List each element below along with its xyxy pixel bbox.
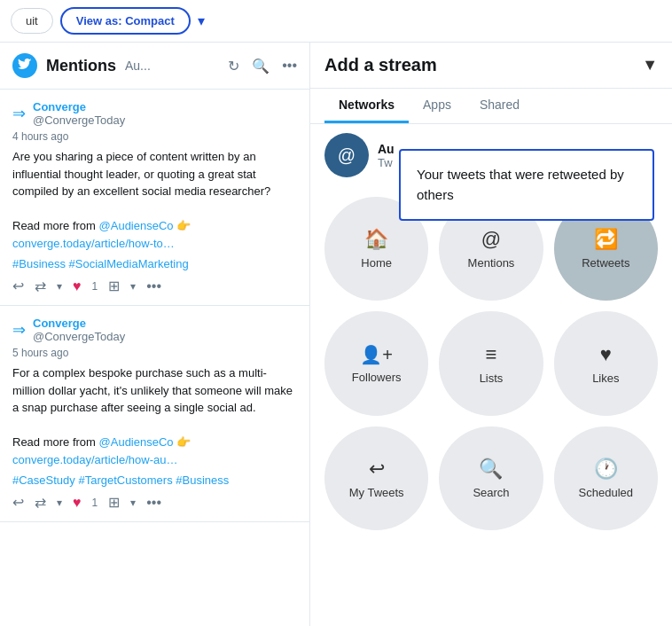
likes-icon: ♥ [600, 343, 612, 366]
tweet-body-2: For a complex bespoke purchase such as a… [12, 364, 297, 468]
reply-icon[interactable]: ↩ [12, 278, 24, 294]
search-icon[interactable]: 🔍 [252, 58, 270, 74]
right-header: Add a stream ▼ [310, 43, 672, 89]
tweet-time-2: 5 hours ago [12, 347, 297, 359]
search-tile-icon: 🔍 [479, 458, 503, 481]
home-icon: 🏠 [364, 228, 388, 251]
stream-account-sub: Tw [378, 156, 393, 169]
tweet-link-1b[interactable]: converge.today/article/how-to… [12, 237, 175, 250]
tweet-link-1a[interactable]: @AudienseCo [99, 219, 174, 232]
followers-icon: 👤+ [360, 344, 393, 365]
share-icon[interactable]: ⊞ [108, 278, 120, 294]
more-actions-icon-2[interactable]: ••• [146, 495, 161, 511]
tile-mytweets-label: My Tweets [349, 486, 404, 499]
more-icon[interactable]: ••• [282, 58, 297, 74]
tab-networks[interactable]: Networks [324, 89, 409, 123]
twitter-icon [12, 53, 37, 78]
header-icons: ↻ 🔍 ••• [228, 58, 297, 74]
tooltip-text: Your tweets that were retweeted by other… [417, 165, 637, 205]
tweet-name-1[interactable]: Converge [33, 100, 125, 113]
tile-followers-label: Followers [352, 371, 402, 384]
tile-likes[interactable]: ♥ Likes [554, 311, 658, 415]
tile-followers[interactable]: 👤+ Followers [324, 311, 428, 415]
tweet-meta-1: Converge @ConvergeToday [33, 100, 125, 127]
stream-grid: 🏠 Home @ Mentions 🔁 Retweets 👤+ Follower… [310, 186, 672, 541]
mentions-subtitle: Au... [125, 59, 151, 73]
refresh-icon[interactable]: ↻ [228, 58, 239, 74]
tile-mytweets[interactable]: ↩ My Tweets [324, 426, 428, 530]
tile-likes-label: Likes [592, 372, 619, 385]
tile-search[interactable]: 🔍 Search [439, 426, 543, 530]
top-bar: uit View as: Compact ▾ [0, 0, 672, 43]
share-chevron-icon[interactable]: ▾ [130, 280, 136, 293]
stream-account-icon: @ [324, 133, 369, 177]
left-header: Mentions Au... ↻ 🔍 ••• [0, 43, 309, 90]
tab-shared[interactable]: Shared [465, 89, 534, 123]
tweet-actions-1: ↩ ⇄ ▾ ♥ 1 ⊞ ▾ ••• [12, 278, 297, 294]
retweet-tooltip: Your tweets that were retweeted by other… [399, 149, 654, 221]
left-panel: Mentions Au... ↻ 🔍 ••• ⇒ Converge @Conve… [0, 43, 310, 626]
retweet-icon[interactable]: ⇄ [35, 278, 46, 294]
lists-icon: ≡ [486, 343, 497, 366]
tile-lists-label: Lists [480, 372, 504, 385]
tweet-item-1: ⇒ Converge @ConvergeToday 4 hours ago Ar… [0, 90, 309, 306]
scheduled-icon: 🕐 [594, 458, 618, 481]
more-actions-icon[interactable]: ••• [146, 278, 161, 294]
like-count-1: 1 [92, 280, 98, 293]
add-stream-title: Add a stream [324, 55, 631, 75]
like-count-2: 1 [92, 497, 98, 509]
tweet-tags-2: #CaseStudy #TargetCustomers #Business [12, 473, 297, 487]
tile-search-label: Search [473, 486, 509, 499]
retweet-chevron-icon-2[interactable]: ▾ [57, 497, 62, 509]
tweet-item-2: ⇒ Converge @ConvergeToday 5 hours ago Fo… [0, 306, 309, 522]
tweet-meta-2: Converge @ConvergeToday [33, 317, 125, 343]
retweet-indicator-icon: ⇒ [12, 104, 26, 123]
tweet-header-2: ⇒ Converge @ConvergeToday [12, 317, 297, 343]
tile-lists[interactable]: ≡ Lists [439, 311, 543, 415]
uit-button[interactable]: uit [11, 8, 53, 34]
mytweets-icon: ↩ [369, 458, 385, 481]
like-icon-2[interactable]: ♥ [73, 495, 82, 511]
share-icon-2[interactable]: ⊞ [108, 494, 120, 511]
view-as-chevron-icon[interactable]: ▾ [198, 12, 205, 29]
view-as-button[interactable]: View as: Compact [60, 7, 191, 35]
tweet-time-1: 4 hours ago [12, 130, 297, 143]
tab-apps[interactable]: Apps [409, 89, 465, 123]
tile-scheduled[interactable]: 🕐 Scheduled [554, 426, 658, 530]
retweets-icon: 🔁 [594, 228, 618, 251]
like-icon[interactable]: ♥ [73, 278, 82, 294]
add-stream-chevron-icon[interactable]: ▼ [642, 56, 658, 74]
retweet-icon-2[interactable]: ⇄ [35, 494, 46, 511]
tweet-name-2[interactable]: Converge [33, 317, 125, 330]
retweet-chevron-icon[interactable]: ▾ [57, 280, 62, 293]
tile-retweets-label: Retweets [582, 256, 629, 270]
tweet-link-2b[interactable]: converge.today/article/how-au… [12, 453, 177, 466]
reply-icon-2[interactable]: ↩ [12, 494, 24, 511]
mentions-title: Mentions [46, 57, 116, 75]
stream-account-letter: @ [338, 145, 356, 166]
tweet-body-1: Are you sharing a piece of content writt… [12, 148, 297, 252]
tweet-actions-2: ↩ ⇄ ▾ ♥ 1 ⊞ ▾ ••• [12, 494, 297, 511]
main-layout: Mentions Au... ↻ 🔍 ••• ⇒ Converge @Conve… [0, 43, 672, 626]
stream-text: Au Tw [378, 142, 395, 169]
stream-tabs: Networks Apps Shared [310, 89, 672, 124]
tile-home-label: Home [361, 256, 392, 270]
tile-mentions-label: Mentions [468, 256, 515, 270]
tweet-handle-1[interactable]: @ConvergeToday [33, 113, 125, 127]
tweet-header-1: ⇒ Converge @ConvergeToday [12, 100, 297, 127]
tweet-feed: ⇒ Converge @ConvergeToday 4 hours ago Ar… [0, 90, 309, 626]
retweet-indicator-icon-2: ⇒ [12, 320, 26, 340]
tweet-link-2a[interactable]: @AudienseCo [99, 435, 174, 449]
tile-scheduled-label: Scheduled [579, 486, 633, 499]
tweet-handle-2[interactable]: @ConvergeToday [33, 330, 125, 343]
right-panel: Add a stream ▼ Networks Apps Shared @ Au… [310, 43, 672, 626]
mentions-icon: @ [481, 228, 501, 251]
stream-account-name: Au [378, 142, 395, 156]
share-chevron-icon-2[interactable]: ▾ [130, 497, 136, 509]
tweet-tags-1: #Business #SocialMediaMarketing [12, 257, 297, 270]
